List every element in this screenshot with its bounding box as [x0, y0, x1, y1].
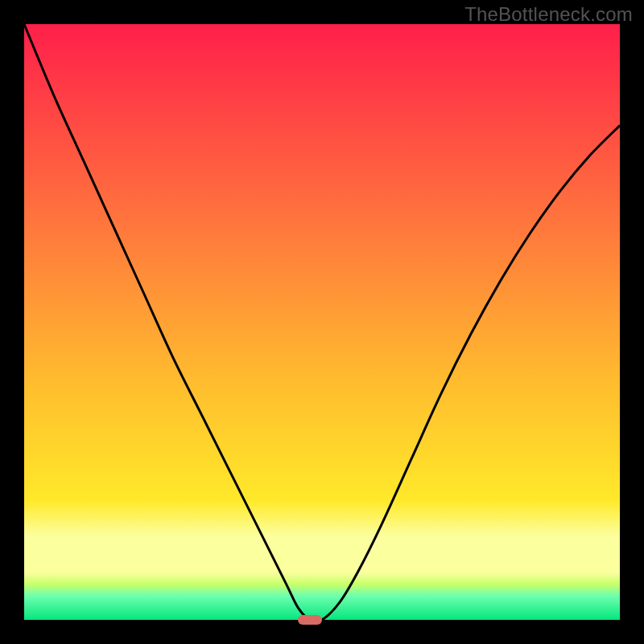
- curve-svg: [24, 24, 620, 620]
- outer-frame: TheBottleneck.com: [0, 0, 644, 644]
- plot-area: [24, 24, 620, 620]
- optimum-marker: [298, 615, 322, 625]
- watermark-text: TheBottleneck.com: [464, 3, 633, 26]
- bottleneck-curve: [24, 24, 620, 620]
